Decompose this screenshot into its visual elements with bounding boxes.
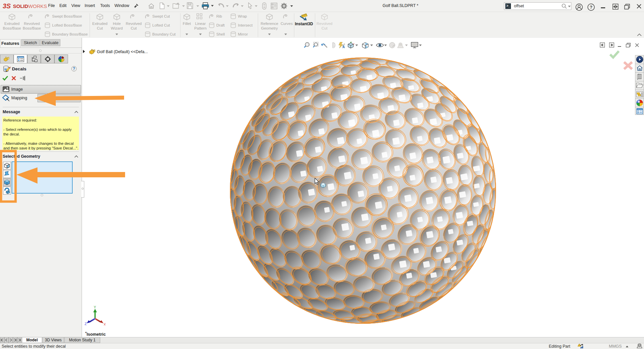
svg-text:SOLIDWORKS: SOLIDWORKS <box>13 3 47 9</box>
svg-text:?: ? <box>590 5 593 10</box>
svg-text:3S: 3S <box>3 3 11 10</box>
svg-text:A: A <box>342 45 345 48</box>
svg-text:X: X <box>104 322 106 325</box>
svg-text:Y: Y <box>94 305 96 309</box>
svg-text:!: ! <box>579 344 579 346</box>
svg-text:Z: Z <box>85 322 87 325</box>
